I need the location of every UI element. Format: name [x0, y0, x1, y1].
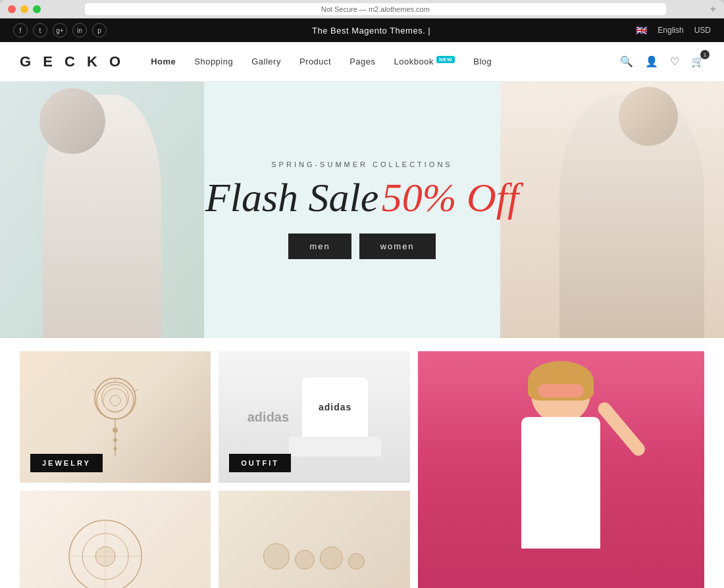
flag-icon: 🇬🇧: [636, 25, 647, 36]
jewelry-card[interactable]: JEWELRY: [20, 351, 211, 483]
social-icons: f t g+ in p: [13, 23, 107, 37]
bottom-left-image: [20, 491, 211, 588]
hero-section: SPRING-SUMMER COLLECTIONS Flash Sale 50%…: [0, 82, 724, 338]
nav-icons: 🔍 👤 ♡ 🛒 1: [620, 55, 704, 68]
account-icon[interactable]: 👤: [645, 55, 658, 68]
jewelry-label: JEWELRY: [30, 454, 103, 472]
maximize-button[interactable]: [33, 5, 41, 13]
twitter-icon[interactable]: t: [33, 23, 47, 37]
bottom-right-image: [219, 491, 409, 588]
browser-titlebar: Not Secure — m2.alothemes.com +: [0, 0, 724, 18]
hero-title-red: 50% Off: [382, 175, 519, 220]
product-grid: JEWELRY adidas OUTFIT: [0, 338, 724, 588]
promo-text: The Best Magento Themes. |: [312, 26, 430, 36]
svg-point-9: [114, 447, 117, 451]
girl-card[interactable]: [418, 351, 704, 588]
woman-head: [619, 87, 678, 146]
browser-window: Not Secure — m2.alothemes.com + f t g+ i…: [0, 0, 724, 588]
outfit-card[interactable]: adidas OUTFIT: [219, 351, 409, 483]
cart-count: 1: [700, 50, 710, 59]
outfit-art: adidas: [289, 378, 381, 456]
google-plus-icon[interactable]: g+: [53, 23, 67, 37]
search-icon[interactable]: 🔍: [620, 55, 633, 68]
girl-image: [418, 351, 704, 588]
svg-point-0: [97, 382, 134, 419]
nav-lookbook[interactable]: Lookbook NEW: [394, 57, 455, 66]
svg-point-1: [103, 389, 127, 412]
women-button[interactable]: women: [359, 233, 436, 259]
new-badge: NEW: [436, 56, 455, 63]
nav-gallery[interactable]: Gallery: [251, 57, 281, 66]
hero-subtitle: SPRING-SUMMER COLLECTIONS: [205, 160, 519, 168]
man-head: [39, 88, 105, 154]
hero-right-model: [500, 82, 724, 338]
men-button[interactable]: men: [288, 233, 351, 259]
nav-shopping[interactable]: Shopping: [194, 57, 233, 66]
hero-headline: Flash Sale 50% Off: [205, 175, 519, 220]
hero-content: SPRING-SUMMER COLLECTIONS Flash Sale 50%…: [205, 160, 519, 258]
necklace-art: [89, 378, 142, 456]
facebook-icon[interactable]: f: [13, 23, 28, 37]
instagram-icon[interactable]: in: [72, 23, 87, 37]
svg-point-8: [113, 438, 117, 442]
bottom-left-card[interactable]: [20, 491, 211, 588]
address-bar[interactable]: Not Secure — m2.alothemes.com: [85, 3, 666, 15]
hero-left-model: [0, 82, 204, 338]
outfit-label: OUTFIT: [229, 454, 291, 472]
nav-product[interactable]: Product: [299, 57, 331, 66]
svg-line-5: [134, 389, 138, 392]
nav-home[interactable]: Home: [151, 57, 176, 66]
bottom-left-art: [20, 491, 211, 588]
language-selector[interactable]: English: [658, 26, 683, 35]
cart-icon[interactable]: 🛒 1: [691, 55, 704, 68]
svg-point-7: [113, 428, 118, 433]
nav-blog[interactable]: Blog: [473, 57, 492, 66]
top-bar: f t g+ in p The Best Magento Themes. | 🇬…: [0, 18, 724, 42]
navbar: G E C K O Home Shopping Gallery Product …: [0, 42, 724, 82]
close-button[interactable]: [8, 5, 16, 13]
hero-buttons: men women: [205, 233, 519, 259]
hero-title-black: Flash Sale: [205, 175, 378, 220]
new-tab-button[interactable]: +: [710, 3, 716, 15]
bracelet-art: [263, 543, 365, 570]
svg-line-4: [92, 389, 97, 392]
nav-links: Home Shopping Gallery Product Pages Look…: [151, 57, 620, 66]
logo[interactable]: G E C K O: [20, 53, 124, 70]
bottom-right-card[interactable]: [219, 491, 409, 588]
pinterest-icon[interactable]: p: [92, 23, 107, 37]
girl-art: [418, 351, 704, 588]
url-text: Not Secure — m2.alothemes.com: [321, 5, 430, 13]
nav-pages[interactable]: Pages: [349, 57, 375, 66]
svg-point-2: [110, 395, 120, 406]
currency-selector[interactable]: USD: [694, 26, 711, 35]
wishlist-icon[interactable]: ♡: [670, 55, 679, 68]
site-content: f t g+ in p The Best Magento Themes. | 🇬…: [0, 18, 724, 588]
locale-selector: 🇬🇧 English USD: [636, 25, 711, 36]
minimize-button[interactable]: [20, 5, 28, 13]
